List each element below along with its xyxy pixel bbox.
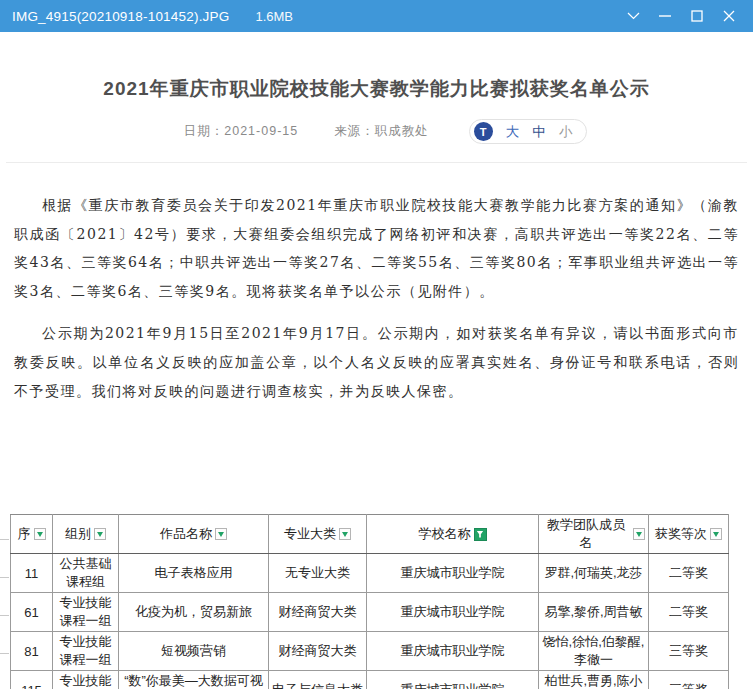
filter-dropdown-icon[interactable]: [710, 528, 722, 540]
file-size-label: 1.6MB: [255, 9, 293, 24]
filter-dropdown-icon[interactable]: [34, 528, 46, 540]
document-viewport: 2021年重庆市职业院校技能大赛教学能力比赛拟获奖名单公示 日期：2021-09…: [0, 76, 753, 689]
header-award-level: 获奖等次: [649, 515, 729, 554]
table-row: 115 专业技能课程二组 “数”你最美—大数据可视化 电子与信息大类 重庆城市职…: [11, 671, 729, 689]
table-left-gutter: [0, 514, 9, 689]
cell-seq: 81: [11, 632, 53, 671]
cell-school: 重庆城市职业学院: [367, 593, 539, 632]
cell-work-title: 电子表格应用: [119, 554, 269, 593]
cell-seq: 11: [11, 554, 53, 593]
cell-seq: 115: [11, 671, 53, 689]
award-table: 序 组别 作品名称 专业大类 学校名称 教学团队成员名: [10, 514, 729, 689]
cell-team-members: 罗群,何瑞英,龙莎: [539, 554, 649, 593]
table-row: 11 公共基础课程组 电子表格应用 无专业大类 重庆城市职业学院 罗群,何瑞英,…: [11, 554, 729, 593]
filter-dropdown-icon[interactable]: [215, 528, 227, 540]
meta-divider: [6, 162, 747, 163]
cell-work-title: “数”你最美—大数据可视化: [119, 671, 269, 689]
cell-major-category: 财经商贸大类: [269, 632, 367, 671]
header-group: 组别: [53, 515, 119, 554]
font-size-medium-button[interactable]: 中: [532, 123, 546, 141]
cell-major-category: 无专业大类: [269, 554, 367, 593]
window-title: IMG_4915(20210918-101452).JPG: [12, 9, 229, 24]
page-title: 2021年重庆市职业院校技能大赛教学能力比赛拟获奖名单公示: [0, 76, 753, 102]
cell-major-category: 电子与信息大类: [269, 671, 367, 689]
body-paragraph-1: 根据《重庆市教育委员会关于印发2021年重庆市职业院校技能大赛教学能力比赛方案的…: [14, 191, 739, 305]
body-paragraph-2: 公示期为2021年9月15日至2021年9月17日。公示期内，如对获奖名单有异议…: [14, 319, 739, 405]
table-row: 81 专业技能课程一组 短视频营销 财经商贸大类 重庆城市职业学院 饶怡,徐怡,…: [11, 632, 729, 671]
header-school: 学校名称: [367, 515, 539, 554]
filter-dropdown-icon[interactable]: [94, 528, 106, 540]
font-size-small-button[interactable]: 小: [559, 123, 573, 141]
font-size-large-button[interactable]: 大: [506, 123, 520, 141]
article-source: 来源：职成教处: [334, 123, 429, 140]
cell-group: 专业技能课程二组: [53, 671, 119, 689]
cell-major-category: 财经商贸大类: [269, 593, 367, 632]
cell-group: 专业技能课程一组: [53, 632, 119, 671]
cell-school: 重庆城市职业学院: [367, 554, 539, 593]
cell-group: 专业技能课程一组: [53, 593, 119, 632]
cell-award-level: 三等奖: [649, 632, 729, 671]
cell-group: 公共基础课程组: [53, 554, 119, 593]
cell-award-level: 二等奖: [649, 554, 729, 593]
window-titlebar: IMG_4915(20210918-101452).JPG 1.6MB: [0, 0, 753, 32]
close-icon[interactable]: [715, 3, 743, 29]
cell-school: 重庆城市职业学院: [367, 671, 539, 689]
active-filter-icon[interactable]: [474, 528, 487, 541]
filter-dropdown-icon[interactable]: [339, 528, 351, 540]
table-header-row: 序 组别 作品名称 专业大类 学校名称 教学团队成员名: [11, 515, 729, 554]
cell-award-level: 二等奖: [649, 593, 729, 632]
font-size-icon: T: [474, 122, 493, 141]
article-date: 日期：2021-09-15: [184, 123, 298, 140]
table-row: 61 专业技能课程一组 化疫为机，贸易新旅 财经商贸大类 重庆城市职业学院 易擎…: [11, 593, 729, 632]
cell-team-members: 易擎,黎侨,周昔敏: [539, 593, 649, 632]
maximize-icon[interactable]: [683, 3, 711, 29]
cell-team-members: 饶怡,徐怡,伯黎醒,李徹一: [539, 632, 649, 671]
cell-seq: 61: [11, 593, 53, 632]
minimize-icon[interactable]: [651, 3, 679, 29]
cell-work-title: 化疫为机，贸易新旅: [119, 593, 269, 632]
cell-award-level: 三等奖: [649, 671, 729, 689]
header-seq: 序: [11, 515, 53, 554]
chevron-down-icon[interactable]: [619, 3, 647, 29]
cell-team-members: 柏世兵,曹勇,陈小莉,阳擎: [539, 671, 649, 689]
header-major-category: 专业大类: [269, 515, 367, 554]
font-size-widget: T 大 中 小: [469, 119, 588, 144]
header-work-title: 作品名称: [119, 515, 269, 554]
article-meta-row: 日期：2021-09-15 来源：职成教处 T 大 中 小: [0, 119, 753, 144]
award-table-container: 序 组别 作品名称 专业大类 学校名称 教学团队成员名: [10, 514, 728, 689]
filter-dropdown-icon[interactable]: [633, 528, 645, 540]
cell-school: 重庆城市职业学院: [367, 632, 539, 671]
header-team-members: 教学团队成员名: [539, 515, 649, 554]
cell-work-title: 短视频营销: [119, 632, 269, 671]
